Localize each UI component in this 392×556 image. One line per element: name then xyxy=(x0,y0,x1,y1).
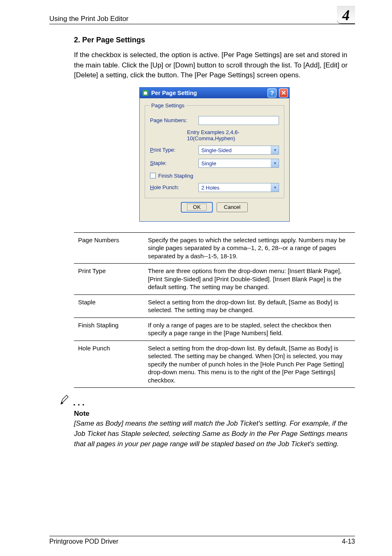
table-row: Print Type There are three options from … xyxy=(74,264,355,295)
close-button[interactable]: ✕ xyxy=(279,88,288,97)
table-desc: Select a setting from the drop-down list… xyxy=(144,341,355,388)
table-row: Staple Select a setting from the drop-do… xyxy=(74,294,355,317)
ok-button[interactable]: OK xyxy=(181,202,212,212)
table-key: Hole Punch xyxy=(74,341,144,388)
staple-combo[interactable]: Single ▾ xyxy=(198,159,279,168)
staple-value: Single xyxy=(199,159,271,167)
table-desc: Select a setting from the drop-down list… xyxy=(144,294,355,317)
page-numbers-label: Page Numbers: xyxy=(150,117,198,123)
table-key: Finish Stapling xyxy=(74,317,144,341)
page-settings-group: Page Settings Page Numbers: Entry Exampl… xyxy=(145,102,284,198)
print-type-combo[interactable]: Single-Sided ▾ xyxy=(198,146,279,155)
chevron-down-icon: ▾ xyxy=(271,183,279,192)
table-row: Page Numbers Specify the pages to which … xyxy=(74,232,355,264)
header-section-title: Using the Print Job Editor xyxy=(49,15,129,23)
chevron-down-icon: ▾ xyxy=(271,159,279,167)
per-page-setting-dialog: Per Page Setting ? ✕ Page Settings Page … xyxy=(139,87,290,222)
note-body: [Same as Body] means the setting will ma… xyxy=(74,419,355,449)
note-dots: . . . xyxy=(73,397,85,408)
staple-label: Staple: xyxy=(150,160,198,166)
settings-table: Page Numbers Specify the pages to which … xyxy=(74,232,355,388)
close-icon: ✕ xyxy=(281,89,286,97)
pen-icon xyxy=(59,394,71,408)
table-row: Finish Stapling If only a range of pages… xyxy=(74,317,355,341)
chevron-down-icon: ▾ xyxy=(271,146,279,154)
table-key: Staple xyxy=(74,294,144,317)
hole-punch-label: Hole Punch: xyxy=(150,184,198,190)
footer-product: Printgroove POD Driver xyxy=(49,538,118,545)
note-heading: Note xyxy=(74,410,355,418)
hole-punch-value: 2 Holes xyxy=(199,183,271,192)
finish-stapling-label: Finish Stapling xyxy=(158,173,193,179)
table-key: Print Type xyxy=(74,264,144,295)
page-settings-legend: Page Settings xyxy=(150,102,186,109)
dialog-title: Per Page Setting xyxy=(151,90,265,96)
table-key: Page Numbers xyxy=(74,232,144,264)
note-marker: . . . xyxy=(59,394,355,408)
page-header: Using the Print Job Editor 4 xyxy=(49,15,355,24)
help-icon: ? xyxy=(270,89,274,96)
section-paragraph: If the checkbox is selected, the option … xyxy=(74,50,355,81)
print-type-value: Single-Sided xyxy=(199,146,271,154)
dialog-titlebar: Per Page Setting ? ✕ xyxy=(140,88,289,98)
finish-stapling-checkbox[interactable] xyxy=(150,173,156,178)
page-numbers-input[interactable] xyxy=(198,116,279,125)
print-type-label: Print Type: xyxy=(150,147,198,153)
cancel-button[interactable]: Cancel xyxy=(217,202,248,212)
footer-page-number: 4-13 xyxy=(342,538,355,545)
finish-stapling-row: Finish Stapling xyxy=(150,173,279,179)
page-footer: Printgroove POD Driver 4-13 xyxy=(49,536,355,545)
table-desc: Specify the pages to which the selected … xyxy=(144,232,355,264)
section-heading: 2. Per Page Settings xyxy=(74,36,355,44)
table-desc: There are three options from the drop-do… xyxy=(144,264,355,295)
dialog-app-icon xyxy=(142,90,149,96)
chapter-number-badge: 4 xyxy=(337,6,355,24)
table-row: Hole Punch Select a setting from the dro… xyxy=(74,341,355,388)
entry-examples-text: Entry Examples 2,4,6-10(Comma,Hyphen) xyxy=(187,129,279,141)
hole-punch-combo[interactable]: 2 Holes ▾ xyxy=(198,183,279,192)
table-desc: If only a range of pages are to be stapl… xyxy=(144,317,355,341)
help-button[interactable]: ? xyxy=(267,88,277,97)
